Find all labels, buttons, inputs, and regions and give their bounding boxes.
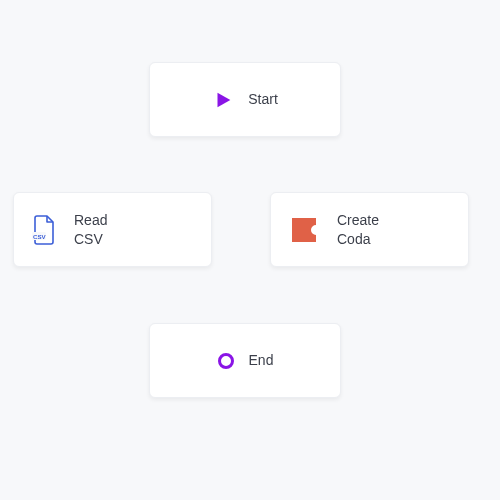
node-create-coda-label: Create Coda (337, 211, 379, 249)
node-end-label: End (249, 351, 274, 370)
coda-icon (289, 215, 319, 245)
node-create-coda[interactable]: Create Coda (270, 192, 469, 267)
play-icon (212, 89, 234, 111)
end-circle-icon (217, 352, 235, 370)
node-read-csv[interactable]: CSV Read CSV (13, 192, 212, 267)
node-start[interactable]: Start (149, 62, 341, 137)
csv-file-icon: CSV (32, 215, 56, 245)
node-start-label: Start (248, 90, 278, 109)
node-end[interactable]: End (149, 323, 341, 398)
node-read-csv-label: Read CSV (74, 211, 107, 249)
svg-text:CSV: CSV (33, 232, 47, 239)
svg-point-2 (219, 354, 232, 367)
